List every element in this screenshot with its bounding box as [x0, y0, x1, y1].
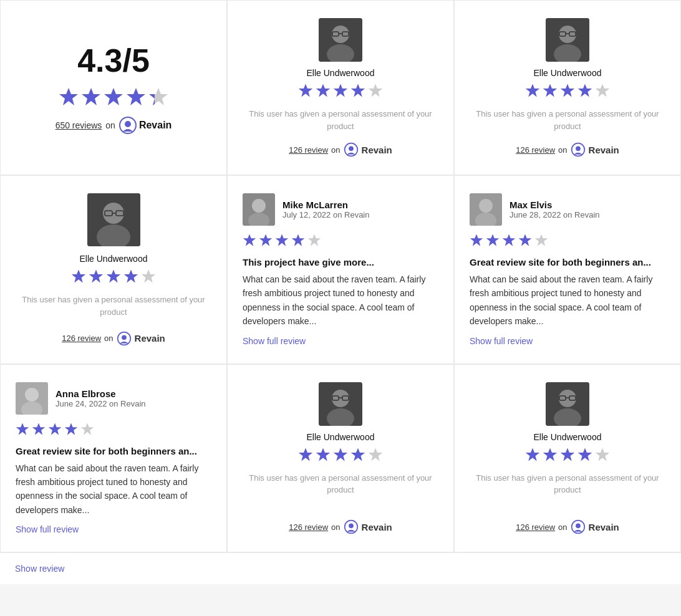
svg-marker-70 [65, 423, 78, 435]
revain-brand-text: Revain [139, 120, 171, 131]
avatar-img-sc4 [319, 382, 362, 426]
review-header-info-3: Anna Elbrose June 24, 2022 on Revain [56, 388, 146, 408]
user-name-sc1: Elle Undwerwood [307, 68, 375, 78]
svg-marker-5 [149, 88, 168, 105]
svg-marker-42 [89, 270, 104, 283]
svg-marker-93 [561, 448, 575, 461]
revain-icon-sc3 [117, 331, 132, 346]
svg-marker-17 [334, 84, 348, 97]
reviewer-name-1: Mike McLarren [283, 200, 369, 210]
star-3 [104, 87, 123, 107]
review-body-2: What can be said about the raven team. A… [470, 272, 665, 329]
svg-point-23 [559, 26, 576, 43]
review-count-sc3[interactable]: 126 review [62, 334, 101, 343]
svg-marker-67 [16, 423, 29, 435]
svg-marker-29 [543, 84, 558, 97]
review-body-1: What can be said about the raven team. A… [243, 272, 438, 329]
avatar-img-sc5 [546, 382, 589, 426]
svg-marker-32 [596, 84, 610, 97]
svg-marker-68 [32, 423, 46, 435]
desc-sc5: This user has given a personal assessmen… [470, 472, 665, 496]
svg-point-97 [576, 524, 581, 529]
stars-sc2 [525, 83, 610, 98]
review-count-sc2[interactable]: 126 review [516, 145, 555, 155]
svg-marker-45 [142, 270, 156, 283]
revain-icon-sc4 [344, 519, 359, 534]
reviewer-name-3: Anna Elbrose [56, 388, 146, 399]
review-header-3: Anna Elbrose June 24, 2022 on Revain [16, 382, 211, 415]
star-4 [126, 87, 146, 107]
revain-label-sc4: Revain [362, 522, 392, 532]
avatar-img-sc1 [319, 18, 362, 62]
svg-marker-79 [316, 448, 331, 461]
rating-overview-card: 4.3/5 [0, 0, 227, 175]
reviews-grid: 4.3/5 [0, 0, 681, 552]
show-full-review-2[interactable]: Show full review [470, 336, 665, 346]
avatar-rc3 [16, 382, 48, 415]
svg-marker-52 [259, 234, 273, 246]
review-count-sc5[interactable]: 126 review [516, 522, 555, 532]
svg-marker-60 [486, 234, 500, 246]
svg-marker-62 [519, 234, 532, 246]
svg-marker-44 [124, 270, 138, 283]
review-link-sc4[interactable]: 126 review on Revain [289, 519, 392, 534]
review-link-sc1[interactable]: 126 review on Revain [289, 142, 392, 157]
svg-point-34 [576, 146, 581, 151]
star-5-partial [148, 87, 168, 107]
svg-marker-81 [351, 448, 365, 461]
review-title-2: Great review site for both beginners an.… [470, 257, 665, 267]
review-title-3: Great review site for both beginners an.… [16, 446, 211, 456]
user-name-sc2: Elle Undwerwood [534, 68, 602, 78]
svg-marker-82 [369, 448, 383, 461]
review-link-sc2[interactable]: 126 review on Revain [516, 142, 619, 157]
avatar-sc4 [319, 382, 362, 426]
show-full-review-1[interactable]: Show full review [243, 336, 438, 346]
star-1 [59, 87, 79, 107]
stars-sc3 [71, 269, 156, 284]
review-count-sc4[interactable]: 126 review [289, 522, 328, 532]
revain-link-overview[interactable]: 650 reviews on Revain [56, 117, 172, 134]
svg-marker-43 [107, 270, 121, 283]
review-count-sc1[interactable]: 126 review [289, 145, 328, 155]
avatar-sc1 [319, 18, 362, 62]
user-name-sc5: Elle Undwerwood [534, 432, 602, 442]
desc-sc2: This user has given a personal assessmen… [470, 108, 665, 132]
reviewer-name-2: Max Elvis [510, 200, 600, 210]
stars-sc5 [525, 447, 610, 462]
svg-marker-41 [72, 270, 86, 283]
svg-marker-78 [299, 448, 313, 461]
user-name-sc4: Elle Undwerwood [307, 432, 375, 442]
desc-sc1: This user has given a personal assessmen… [243, 108, 438, 132]
svg-marker-51 [243, 234, 256, 246]
svg-point-8 [125, 121, 131, 127]
svg-point-10 [332, 26, 349, 43]
svg-marker-54 [292, 234, 305, 246]
svg-marker-18 [351, 84, 365, 97]
revain-icon-sc2 [571, 142, 586, 157]
show-review-link[interactable]: Show review [15, 564, 64, 574]
svg-point-65 [25, 388, 39, 402]
revain-label-sc1: Revain [362, 145, 392, 155]
svg-point-49 [252, 199, 266, 213]
avatar-img-sc2 [546, 18, 589, 62]
revain-label-sc3: Revain [135, 333, 165, 344]
svg-marker-61 [503, 234, 516, 246]
review-link-sc3[interactable]: 126 review on Revain [62, 331, 165, 346]
review-link-sc5[interactable]: 126 review on Revain [516, 519, 619, 534]
review-header-info-2: Max Elvis June 28, 2022 on Revain [510, 200, 600, 219]
revain-logo-overview: Revain [119, 117, 171, 134]
svg-marker-28 [526, 84, 540, 97]
svg-point-84 [349, 524, 354, 529]
review-card-1: Mike McLarren July 12, 2022 on Revain Th… [227, 175, 454, 364]
review-header-info-1: Mike McLarren July 12, 2022 on Revain [283, 200, 369, 219]
reviews-count-link[interactable]: 650 reviews [56, 120, 102, 130]
review-header-2: Max Elvis June 28, 2022 on Revain [470, 193, 665, 226]
svg-marker-69 [49, 423, 62, 435]
svg-marker-1 [82, 88, 100, 105]
star-2 [81, 87, 101, 107]
show-full-review-3[interactable]: Show full review [16, 524, 211, 534]
simple-user-card-4: Elle Undwerwood This user has given a pe… [227, 364, 454, 553]
overview-stars [59, 87, 168, 107]
simple-user-card-5: Elle Undwerwood This user has given a pe… [454, 364, 681, 553]
avatar-sc2 [546, 18, 589, 62]
